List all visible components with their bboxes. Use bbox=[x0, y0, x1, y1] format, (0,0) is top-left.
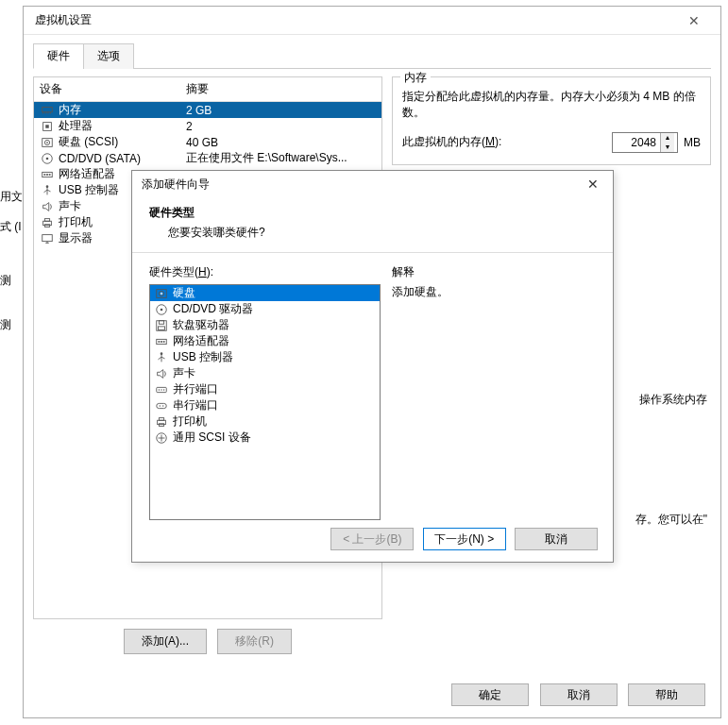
memory-icon bbox=[40, 104, 55, 117]
usb-icon bbox=[40, 184, 55, 197]
memory-group: 内存 指定分配给此虚拟机的内存量。内存大小必须为 4 MB 的倍数。 此虚拟机的… bbox=[392, 76, 711, 165]
display-icon bbox=[40, 232, 55, 245]
memory-group-title: 内存 bbox=[400, 70, 431, 86]
device-row[interactable]: 硬盘 (SCSI)40 GB bbox=[34, 134, 381, 150]
device-summary: 2 bbox=[186, 120, 376, 133]
device-row[interactable]: 内存2 GB bbox=[34, 102, 381, 118]
hardware-type-label: CD/DVD 驱动器 bbox=[173, 301, 253, 317]
header-summary: 摘要 bbox=[186, 81, 376, 97]
disk-icon bbox=[40, 136, 55, 149]
hardware-type-item[interactable]: 网络适配器 bbox=[150, 333, 380, 349]
wizard-header: 硬件类型 您要安装哪类硬件? bbox=[132, 197, 613, 253]
disk-icon bbox=[154, 287, 169, 300]
hardware-type-item[interactable]: 打印机 bbox=[150, 413, 380, 430]
parallel-icon bbox=[154, 383, 169, 396]
explain-text: 添加硬盘。 bbox=[392, 284, 596, 300]
hardware-type-item[interactable]: USB 控制器 bbox=[150, 349, 380, 365]
add-hardware-wizard: 添加硬件向导 ✕ 硬件类型 您要安装哪类硬件? 硬件类型(H): 硬盘CD/DV… bbox=[131, 170, 614, 563]
hardware-type-label: 网络适配器 bbox=[173, 333, 229, 349]
device-name: CD/DVD (SATA) bbox=[59, 152, 141, 165]
close-icon[interactable]: ✕ bbox=[579, 177, 607, 192]
device-name: 网络适配器 bbox=[59, 166, 115, 182]
back-button: < 上一步(B) bbox=[330, 528, 414, 550]
memory-label: 此虚拟机的内存(M): bbox=[402, 134, 612, 150]
next-button[interactable]: 下一步(N) > bbox=[423, 528, 506, 550]
tab-hardware[interactable]: 硬件 bbox=[33, 43, 84, 69]
scsi-icon bbox=[154, 431, 169, 445]
hardware-type-label: 并行端口 bbox=[173, 381, 218, 397]
wizard-title: 添加硬件向导 bbox=[142, 177, 579, 193]
spin-up-icon[interactable]: ▲ bbox=[661, 133, 674, 143]
device-summary: 正在使用文件 E:\Software\Sys... bbox=[186, 150, 376, 166]
network-icon bbox=[40, 168, 55, 181]
wizard-subheading: 您要安装哪类硬件? bbox=[168, 225, 596, 241]
header-device: 设备 bbox=[40, 81, 186, 97]
hardware-type-label: 打印机 bbox=[173, 413, 207, 430]
hardware-type-label: 硬件类型(H): bbox=[149, 264, 381, 280]
cpu-icon bbox=[40, 120, 55, 133]
device-table-header: 设备 摘要 bbox=[34, 77, 381, 102]
device-summary: 2 GB bbox=[186, 104, 376, 117]
help-button[interactable]: 帮助 bbox=[628, 683, 705, 706]
hardware-type-item[interactable]: 通用 SCSI 设备 bbox=[150, 430, 380, 446]
hardware-type-item[interactable]: 串行端口 bbox=[150, 397, 380, 413]
device-name: USB 控制器 bbox=[59, 182, 119, 198]
device-row[interactable]: 处理器2 bbox=[34, 118, 381, 134]
hardware-type-item[interactable]: 软盘驱动器 bbox=[150, 317, 380, 333]
sound-icon bbox=[154, 367, 169, 380]
hardware-type-label: 串行端口 bbox=[173, 397, 218, 413]
hardware-type-label: 声卡 bbox=[173, 365, 195, 381]
network-icon bbox=[154, 335, 169, 348]
floppy-icon bbox=[154, 319, 169, 332]
memory-desc: 指定分配给此虚拟机的内存量。内存大小必须为 4 MB 的倍数。 bbox=[402, 89, 701, 121]
hardware-type-item[interactable]: 硬盘 bbox=[150, 285, 380, 301]
hardware-type-list[interactable]: 硬盘CD/DVD 驱动器软盘驱动器网络适配器USB 控制器声卡并行端口串行端口打… bbox=[149, 284, 381, 520]
hardware-type-item[interactable]: 声卡 bbox=[150, 365, 380, 381]
memory-input[interactable] bbox=[613, 133, 660, 152]
device-name: 处理器 bbox=[59, 118, 93, 134]
printer-icon bbox=[154, 415, 169, 429]
hardware-type-label: USB 控制器 bbox=[173, 349, 233, 365]
serial-icon bbox=[154, 399, 169, 413]
wizard-cancel-button[interactable]: 取消 bbox=[515, 528, 598, 550]
tab-options[interactable]: 选项 bbox=[83, 43, 134, 69]
usb-icon bbox=[154, 351, 169, 364]
hardware-type-label: 硬盘 bbox=[173, 285, 195, 301]
memory-spinner[interactable]: ▲ ▼ bbox=[612, 132, 678, 153]
hardware-type-item[interactable]: 并行端口 bbox=[150, 381, 380, 397]
device-name: 显示器 bbox=[59, 230, 93, 246]
device-summary: 40 GB bbox=[186, 136, 376, 149]
window-title: 虚拟机设置 bbox=[31, 12, 675, 28]
remove-button[interactable]: 移除(R) bbox=[217, 629, 292, 654]
wizard-heading: 硬件类型 bbox=[149, 205, 596, 221]
device-name: 声卡 bbox=[59, 198, 81, 214]
printer-icon bbox=[40, 216, 55, 229]
wizard-titlebar[interactable]: 添加硬件向导 ✕ bbox=[132, 171, 613, 197]
device-name: 打印机 bbox=[59, 214, 93, 230]
ok-button[interactable]: 确定 bbox=[451, 683, 529, 706]
device-name: 内存 bbox=[59, 102, 81, 118]
hardware-type-label: 通用 SCSI 设备 bbox=[173, 430, 251, 446]
close-icon[interactable]: ✕ bbox=[675, 13, 713, 28]
device-row[interactable]: CD/DVD (SATA)正在使用文件 E:\Software\Sys... bbox=[34, 150, 381, 166]
device-name: 硬盘 (SCSI) bbox=[59, 134, 118, 150]
titlebar[interactable]: 虚拟机设置 ✕ bbox=[24, 7, 720, 35]
sound-icon bbox=[40, 200, 55, 213]
memory-unit: MB bbox=[684, 136, 701, 149]
hardware-type-item[interactable]: CD/DVD 驱动器 bbox=[150, 301, 380, 317]
tab-row: 硬件 选项 bbox=[33, 42, 711, 69]
cd-icon bbox=[40, 152, 55, 165]
background-text: 用文 式 (I 测 测 bbox=[0, 189, 23, 347]
hardware-type-label: 软盘驱动器 bbox=[173, 317, 229, 333]
add-button[interactable]: 添加(A)... bbox=[124, 629, 207, 654]
spin-down-icon[interactable]: ▼ bbox=[661, 143, 674, 152]
cd-icon bbox=[154, 303, 169, 316]
explain-label: 解释 bbox=[392, 264, 596, 280]
cancel-button[interactable]: 取消 bbox=[540, 683, 618, 706]
